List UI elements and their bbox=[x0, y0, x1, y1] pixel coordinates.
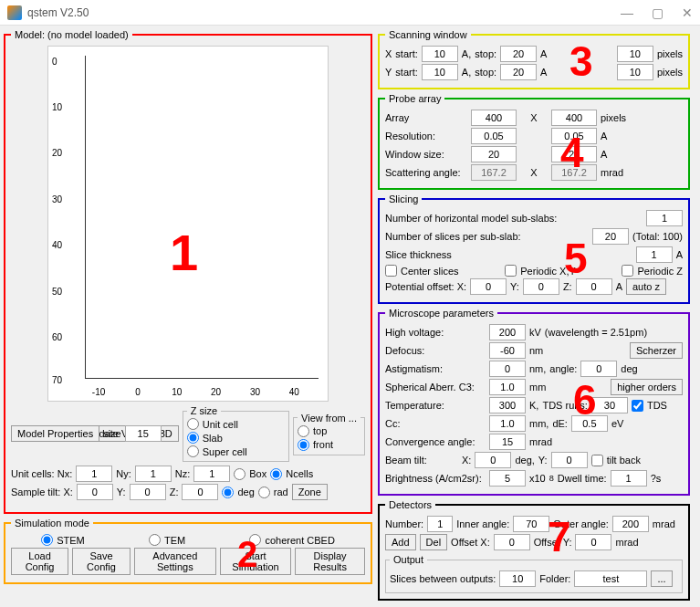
scan-y-stop-input[interactable] bbox=[500, 64, 537, 80]
defocus-input[interactable] bbox=[489, 342, 526, 359]
del-button[interactable]: Del bbox=[420, 534, 448, 550]
number-input[interactable] bbox=[427, 516, 453, 532]
high-voltage-input[interactable] bbox=[489, 324, 526, 340]
bt-y-input[interactable] bbox=[551, 452, 588, 468]
win-x-input[interactable] bbox=[471, 146, 517, 162]
folder-input[interactable] bbox=[574, 570, 647, 587]
radio-box[interactable]: Box bbox=[234, 468, 266, 480]
angle-input[interactable] bbox=[580, 361, 617, 377]
titlebar: qstem V2.50 — ▢ ✕ bbox=[0, 0, 700, 26]
radio-tem[interactable]: TEM bbox=[149, 534, 185, 546]
nx-input[interactable] bbox=[76, 466, 112, 482]
ny-input[interactable] bbox=[135, 466, 172, 482]
horiz-slabs-input[interactable] bbox=[646, 210, 683, 226]
scat-y-input bbox=[551, 164, 597, 181]
size-label: size bbox=[103, 428, 121, 439]
browse-button[interactable]: ... bbox=[651, 570, 672, 587]
close-button[interactable]: ✕ bbox=[682, 5, 693, 20]
tilt-z-input[interactable] bbox=[182, 484, 218, 500]
array-x-input[interactable] bbox=[471, 110, 517, 126]
bt-x-input[interactable] bbox=[475, 452, 511, 468]
pot-x-input[interactable] bbox=[470, 278, 507, 295]
periodic-z-check[interactable]: Periodic Z bbox=[622, 265, 683, 277]
slice-thickness-input[interactable] bbox=[636, 246, 673, 263]
radio-rad[interactable]: rad bbox=[258, 487, 288, 498]
convergence-label: Convergence angle: bbox=[385, 436, 486, 447]
radio-unit-cell[interactable]: Unit cell bbox=[187, 418, 238, 430]
zone-button[interactable]: Zone bbox=[292, 484, 328, 500]
qs-label: ?s bbox=[651, 473, 662, 484]
periodic-xy-check[interactable]: Periodic X,Y bbox=[505, 265, 576, 277]
c3-input[interactable] bbox=[489, 379, 526, 395]
center-slices-check[interactable]: Center slices bbox=[385, 265, 459, 277]
temperature-input[interactable] bbox=[489, 397, 526, 413]
app-icon bbox=[7, 5, 22, 20]
scan-y-pixels-input[interactable] bbox=[617, 64, 653, 80]
mrad-label: mrad bbox=[601, 167, 623, 178]
radio-slab[interactable]: Slab bbox=[187, 432, 223, 444]
minimize-button[interactable]: — bbox=[621, 5, 633, 20]
slices-per-slab-input[interactable] bbox=[592, 228, 629, 245]
radio-ncells[interactable]: Ncells bbox=[270, 468, 313, 480]
view-from-group: View from ... top front bbox=[293, 413, 365, 455]
res-x-input[interactable] bbox=[471, 128, 517, 144]
radio-top[interactable]: top bbox=[298, 425, 327, 437]
display-results-button[interactable]: Display Results bbox=[295, 548, 365, 575]
inner-angle-label: Inner angle: bbox=[456, 518, 509, 529]
radio-super-cell[interactable]: Super cell bbox=[187, 445, 247, 457]
exp-label: 8 bbox=[549, 474, 554, 483]
scherzer-button[interactable]: Scherzer bbox=[630, 342, 683, 359]
res-y-input[interactable] bbox=[551, 128, 597, 144]
cc-input[interactable] bbox=[489, 415, 526, 432]
pot-z-input[interactable] bbox=[576, 278, 612, 295]
astigmatism-input[interactable] bbox=[489, 361, 526, 377]
auto-z-button[interactable]: auto z bbox=[626, 278, 666, 295]
scan-x-stop-input[interactable] bbox=[500, 46, 537, 62]
scan-x-start-input[interactable] bbox=[422, 46, 458, 62]
start-simulation-button[interactable]: Start Simulation bbox=[220, 548, 291, 575]
higher-orders-button[interactable]: higher orders bbox=[611, 379, 683, 395]
dwell-label: Dwell time: bbox=[558, 473, 607, 484]
model-properties-button[interactable]: Model Properties bbox=[11, 425, 99, 442]
dwell-input[interactable] bbox=[611, 470, 647, 487]
win-y-input[interactable] bbox=[551, 146, 597, 162]
radio-front[interactable]: front bbox=[298, 439, 333, 451]
ytick: 20 bbox=[52, 148, 62, 158]
scattering-angle-label: Scattering angle: bbox=[385, 167, 467, 178]
scan-x-pixels-input[interactable] bbox=[617, 46, 653, 62]
offset-x-input[interactable] bbox=[494, 534, 530, 550]
scan-y-label: Y bbox=[385, 67, 392, 78]
tilt-x-input[interactable] bbox=[77, 484, 113, 500]
view-from-legend: View from ... bbox=[298, 413, 360, 424]
folder-label: Folder: bbox=[539, 573, 570, 584]
inner-angle-input[interactable] bbox=[513, 516, 549, 532]
pot-y-input[interactable] bbox=[523, 278, 559, 295]
offset-y-label: Offset Y: bbox=[534, 537, 572, 548]
maximize-button[interactable]: ▢ bbox=[652, 5, 663, 20]
defocus-label: Defocus: bbox=[385, 345, 486, 356]
size-input[interactable] bbox=[125, 425, 162, 442]
tilt-back-check[interactable]: tilt back bbox=[591, 455, 641, 466]
convergence-input[interactable] bbox=[489, 434, 526, 450]
nz-input[interactable] bbox=[193, 466, 230, 482]
sample-tilt-x-label: Sample tilt: X: bbox=[11, 487, 73, 497]
radio-cbed[interactable]: coherent CBED bbox=[249, 534, 334, 546]
brightness-input[interactable] bbox=[489, 470, 526, 487]
a-label: A, bbox=[462, 48, 471, 59]
save-config-button[interactable]: Save Config bbox=[72, 548, 131, 575]
load-config-button[interactable]: Load Config bbox=[11, 548, 68, 575]
tds-check[interactable]: TDS bbox=[632, 400, 667, 412]
de-input[interactable] bbox=[571, 415, 608, 432]
radio-stem[interactable]: STEM bbox=[41, 534, 85, 546]
xtick: 10 bbox=[172, 387, 182, 397]
outer-angle-input[interactable] bbox=[612, 516, 649, 532]
radio-deg[interactable]: deg bbox=[222, 487, 254, 498]
scan-y-start-input[interactable] bbox=[422, 64, 458, 80]
tilt-y-input[interactable] bbox=[130, 484, 166, 500]
add-button[interactable]: Add bbox=[385, 534, 416, 550]
offset-y-input[interactable] bbox=[575, 534, 611, 550]
advanced-settings-button[interactable]: Advanced Settings bbox=[134, 548, 216, 575]
array-y-input[interactable] bbox=[551, 110, 597, 126]
tds-runs-input[interactable] bbox=[591, 397, 628, 413]
slices-between-input[interactable] bbox=[499, 570, 536, 587]
